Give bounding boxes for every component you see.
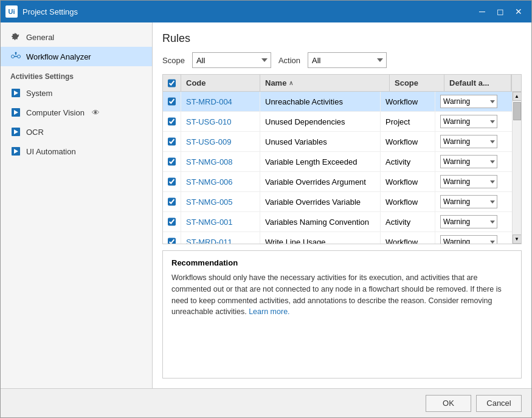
row-checkbox[interactable]	[168, 157, 176, 166]
gear-icon	[10, 32, 21, 43]
row-action: Warning Error Info	[435, 132, 502, 151]
computer-vision-icon	[10, 107, 21, 118]
sidebar-item-ui-automation[interactable]: UI Automation	[1, 142, 152, 161]
recommendation-panel: Recommendation Workflows should only hav…	[162, 250, 522, 379]
row-action-select[interactable]: Warning Error Info	[440, 235, 497, 244]
sidebar-item-general[interactable]: General	[1, 27, 152, 47]
table-body: ST-MRD-004 Unreachable Activities Workfl…	[163, 92, 512, 244]
scrollbar-up-arrow[interactable]: ▲	[513, 92, 522, 101]
svg-point-2	[18, 55, 21, 58]
ui-automation-icon	[10, 146, 21, 157]
th-name[interactable]: Name ∧	[260, 75, 390, 91]
row-action: Warning Error Info	[435, 192, 502, 211]
row-checkbox-cell	[163, 92, 181, 111]
row-checkbox[interactable]	[168, 117, 176, 126]
row-name: Unused Variables	[260, 132, 381, 151]
eye-icon: 👁	[92, 108, 100, 117]
scope-select[interactable]: All Workflow Project Activity	[192, 52, 271, 68]
sidebar-item-ocr[interactable]: OCR	[1, 122, 152, 142]
system-icon	[10, 87, 21, 98]
filters-bar: Scope All Workflow Project Activity Acti…	[162, 52, 522, 68]
row-scope: Activity	[381, 152, 435, 171]
row-checkbox-cell	[163, 232, 181, 244]
sidebar-item-cv-label: Computer Vision	[26, 108, 85, 117]
row-action-select[interactable]: Warning Error Info	[440, 135, 497, 148]
row-checkbox-cell	[163, 152, 181, 171]
scrollbar-down-arrow[interactable]: ▼	[513, 235, 522, 244]
sidebar-item-computer-vision[interactable]: Computer Vision 👁	[1, 103, 152, 122]
cancel-button[interactable]: Cancel	[476, 395, 522, 412]
learn-more-link[interactable]: Learn more.	[249, 307, 289, 316]
row-action-select[interactable]: Warning Error Info	[440, 175, 497, 188]
table-row[interactable]: ST-NMG-008 Variable Length Exceeded Acti…	[163, 152, 512, 172]
sidebar-item-general-label: General	[26, 33, 54, 42]
app-icon: Ui	[5, 5, 18, 18]
row-code: ST-USG-010	[181, 112, 260, 131]
content-area: General Workflow Analyzer Activities Set…	[1, 22, 531, 388]
title-bar: Ui Project Settings ─ ◻ ✕	[1, 1, 531, 22]
row-name: Write Line Usage	[260, 232, 381, 244]
row-checkbox-cell	[163, 112, 181, 131]
sidebar-item-system[interactable]: System	[1, 83, 152, 103]
row-action: Warning Error Info	[435, 112, 502, 131]
minimize-button[interactable]: ─	[474, 5, 490, 18]
name-sort-arrow: ∧	[289, 80, 293, 86]
row-checkbox[interactable]	[168, 177, 176, 186]
footer: OK Cancel	[1, 388, 531, 417]
sidebar-item-uia-label: UI Automation	[26, 147, 76, 156]
table-row[interactable]: ST-NMG-005 Variable Overrides Variable W…	[163, 192, 512, 212]
row-checkbox[interactable]	[168, 218, 176, 226]
row-name: Variable Overrides Argument	[260, 172, 381, 191]
close-button[interactable]: ✕	[511, 5, 527, 18]
table-row[interactable]: ST-MRD-011 Write Line Usage Workflow War…	[163, 232, 512, 244]
row-action-select[interactable]: Warning Error Info	[440, 155, 497, 168]
table-row[interactable]: ST-USG-010 Unused Dependencies Project W…	[163, 112, 512, 132]
row-checkbox[interactable]	[168, 238, 176, 244]
sidebar-item-workflow-label: Workflow Analyzer	[26, 52, 91, 61]
scrollbar-header	[511, 75, 521, 91]
row-action-select[interactable]: Warning Error Info	[440, 215, 497, 228]
workflow-icon	[10, 51, 21, 62]
recommendation-text: Workflows should only have the necessary…	[171, 272, 513, 318]
table-row[interactable]: ST-NMG-001 Variables Naming Convention A…	[163, 212, 512, 232]
maximize-button[interactable]: ◻	[492, 5, 508, 18]
sidebar-item-workflow-analyzer[interactable]: Workflow Analyzer	[1, 47, 152, 66]
row-action-select[interactable]: Warning Error Info	[440, 95, 497, 108]
table-row[interactable]: ST-USG-009 Unused Variables Workflow War…	[163, 132, 512, 152]
ok-button[interactable]: OK	[426, 395, 471, 412]
scrollbar-track[interactable]: ▲ ▼	[512, 92, 521, 244]
row-code: ST-MRD-004	[181, 92, 260, 111]
row-action: Warning Error Info	[435, 152, 502, 171]
select-all-checkbox[interactable]	[168, 79, 176, 87]
row-code: ST-MRD-011	[181, 232, 260, 244]
row-checkbox-cell	[163, 192, 181, 211]
table-row[interactable]: ST-NMG-006 Variable Overrides Argument W…	[163, 172, 512, 192]
row-action: Warning Error Info	[435, 172, 502, 191]
recommendation-title: Recommendation	[171, 258, 513, 267]
row-code: ST-USG-009	[181, 132, 260, 151]
row-checkbox-cell	[163, 212, 181, 231]
th-checkbox	[163, 75, 181, 91]
svg-point-0	[12, 55, 15, 58]
action-select[interactable]: All Warning Error Info	[308, 52, 387, 68]
row-scope: Workflow	[381, 232, 435, 244]
table-body-container: ST-MRD-004 Unreachable Activities Workfl…	[163, 92, 521, 244]
scrollbar-thumb[interactable]	[513, 102, 521, 120]
action-filter-label: Action	[278, 56, 300, 65]
scope-filter-label: Scope	[162, 56, 185, 65]
row-code: ST-NMG-001	[181, 212, 260, 231]
row-action-select[interactable]: Warning Error Info	[440, 115, 497, 128]
row-name: Variable Overrides Variable	[260, 192, 381, 211]
table-row[interactable]: ST-MRD-004 Unreachable Activities Workfl…	[163, 92, 512, 112]
row-name: Variable Length Exceeded	[260, 152, 381, 171]
row-checkbox[interactable]	[168, 137, 176, 146]
row-scope: Workflow	[381, 92, 435, 111]
row-action-select[interactable]: Warning Error Info	[440, 195, 497, 208]
row-scope: Workflow	[381, 192, 435, 211]
row-checkbox[interactable]	[168, 97, 176, 106]
project-settings-window: Ui Project Settings ─ ◻ ✕ General	[0, 0, 532, 418]
row-checkbox[interactable]	[168, 197, 176, 206]
row-code: ST-NMG-005	[181, 192, 260, 211]
th-default-action: Default a...	[444, 75, 511, 91]
sidebar: General Workflow Analyzer Activities Set…	[1, 22, 153, 388]
